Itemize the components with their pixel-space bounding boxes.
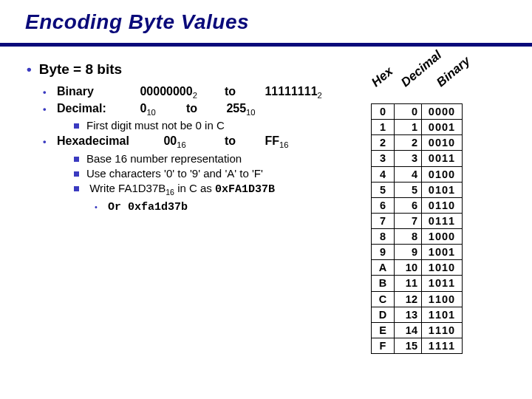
table-cell: 1 [372, 120, 395, 135]
table-cell: 9 [395, 245, 422, 260]
hex-note-a: Base 16 number representation [74, 152, 532, 165]
table-row: 220010 [372, 135, 463, 151]
table-row: 110001 [372, 120, 463, 135]
decimal-from: 010 [140, 102, 183, 117]
table-row: A101010 [372, 260, 463, 276]
table-row: B111011 [372, 276, 463, 291]
table-cell: 8 [395, 229, 422, 245]
table-cell: C [372, 291, 395, 307]
table-cell: 4 [395, 166, 422, 182]
table-cell: 0001 [422, 120, 463, 135]
table-cell: 6 [395, 197, 422, 213]
table-cell: 3 [372, 151, 395, 166]
table-cell: A [372, 260, 395, 276]
table-cell: 1000 [422, 229, 463, 245]
table-row: 550101 [372, 182, 463, 197]
decimal-note: First digit must not be 0 in C [74, 119, 532, 132]
table-cell: D [372, 307, 395, 322]
table-row: 000000 [372, 104, 463, 120]
conversion-table-area: Hex Decimal Binary 000000110001220010330… [371, 74, 463, 354]
table-cell: 13 [395, 307, 422, 322]
table-cell: 0110 [422, 197, 463, 213]
binary-from: 000000002 [140, 85, 221, 100]
table-cell: 4 [372, 166, 395, 182]
table-cell: 0 [372, 104, 395, 120]
table-cell: 9 [372, 245, 395, 260]
table-cell: 14 [395, 322, 422, 338]
table-cell: 11 [395, 276, 422, 291]
table-row: 660110 [372, 197, 463, 213]
hex-label: Hexadecimal [57, 134, 160, 148]
table-cell: 1111 [422, 338, 463, 353]
table-cell: E [372, 322, 395, 338]
decimal-to: 25510 [226, 102, 255, 115]
table-cell: F [372, 338, 395, 353]
table-cell: 1001 [422, 245, 463, 260]
table-cell: 5 [395, 182, 422, 197]
hex-to: FF16 [265, 134, 288, 147]
hex-note-b: Use characters '0' to '9' and 'A' to 'F' [74, 167, 532, 180]
table-cell: 10 [395, 260, 422, 276]
table-cell: 0100 [422, 166, 463, 182]
title-bar: Encoding Byte Values [0, 0, 532, 38]
table-cell: 7 [372, 213, 395, 228]
table-cell: 0000 [422, 104, 463, 120]
table-cell: 1010 [422, 260, 463, 276]
table-cell: 12 [395, 291, 422, 307]
table-cell: 7 [395, 213, 422, 228]
table-row: 881000 [372, 229, 463, 245]
table-cell: 6 [372, 197, 395, 213]
table-cell: 0010 [422, 135, 463, 151]
binary-to-word: to [225, 85, 262, 98]
hex-from: 0016 [163, 134, 221, 149]
table-cell: 2 [372, 135, 395, 151]
hex-note-c: Write FA1D37B16 in C as 0xFA1D37B [74, 182, 532, 197]
table-cell: 0 [395, 104, 422, 120]
hex-to-word: to [225, 134, 262, 148]
table-cell: 1011 [422, 276, 463, 291]
table-cell: 2 [395, 135, 422, 151]
table-cell: 1110 [422, 322, 463, 338]
table-row: 770111 [372, 213, 463, 228]
table-cell: 1100 [422, 291, 463, 307]
table-cell: 0101 [422, 182, 463, 197]
table-cell: 0111 [422, 213, 463, 228]
table-row: D131101 [372, 307, 463, 322]
conversion-table: 0000001100012200103300114401005501016601… [371, 103, 463, 354]
table-row: 991001 [372, 245, 463, 260]
table-cell: 1101 [422, 307, 463, 322]
decimal-to-word: to [186, 102, 223, 115]
binary-label: Binary [57, 85, 137, 98]
binary-to: 111111112 [265, 85, 321, 98]
table-cell: 1 [395, 120, 422, 135]
table-row: 440100 [372, 166, 463, 182]
table-cell: 8 [372, 229, 395, 245]
table-cell: 15 [395, 338, 422, 353]
hex-note-or: Or 0xfa1d37b [95, 200, 532, 214]
table-row: F151111 [372, 338, 463, 353]
table-cell: B [372, 276, 395, 291]
decimal-label: Decimal: [57, 102, 137, 115]
table-row: 330011 [372, 151, 463, 166]
table-cell: 5 [372, 182, 395, 197]
table-row: C121100 [372, 291, 463, 307]
table-cell: 0011 [422, 151, 463, 166]
page-title: Encoding Byte Values [25, 10, 532, 34]
table-cell: 3 [395, 151, 422, 166]
table-row: E141110 [372, 322, 463, 338]
